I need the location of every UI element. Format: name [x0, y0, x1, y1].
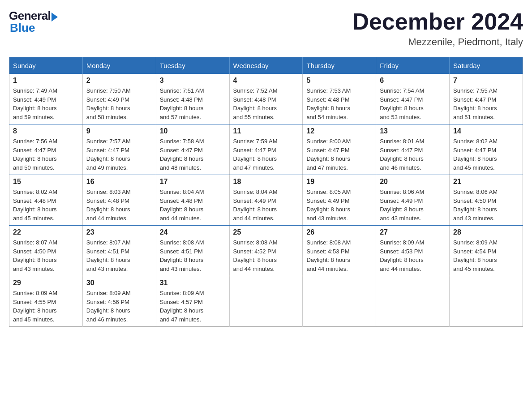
calendar-cell: 4 Sunrise: 7:52 AM Sunset: 4:48 PM Dayli… [229, 74, 303, 124]
week-row-2: 8 Sunrise: 7:56 AM Sunset: 4:47 PM Dayli… [9, 124, 523, 175]
day-info: Sunrise: 8:08 AM Sunset: 4:51 PM Dayligh… [160, 238, 226, 273]
calendar-cell: 21 Sunrise: 8:06 AM Sunset: 4:50 PM Dayl… [450, 175, 523, 226]
calendar-cell: 20 Sunrise: 8:06 AM Sunset: 4:49 PM Dayl… [376, 175, 450, 226]
day-number: 19 [306, 178, 372, 186]
day-info: Sunrise: 8:09 AM Sunset: 4:53 PM Dayligh… [380, 238, 446, 273]
header-tuesday: Tuesday [156, 57, 229, 74]
calendar-cell: 17 Sunrise: 8:04 AM Sunset: 4:48 PM Dayl… [156, 175, 229, 226]
day-info: Sunrise: 8:05 AM Sunset: 4:49 PM Dayligh… [306, 188, 372, 223]
calendar-cell: 25 Sunrise: 8:08 AM Sunset: 4:52 PM Dayl… [229, 226, 303, 276]
week-row-3: 15 Sunrise: 8:02 AM Sunset: 4:48 PM Dayl… [9, 175, 523, 226]
calendar-cell [450, 276, 523, 327]
title-section: December 2024 Mezzenile, Piedmont, Italy [352, 9, 523, 48]
day-info: Sunrise: 7:56 AM Sunset: 4:47 PM Dayligh… [13, 137, 79, 172]
day-number: 2 [86, 77, 152, 85]
calendar-cell: 26 Sunrise: 8:08 AM Sunset: 4:53 PM Dayl… [303, 226, 376, 276]
day-number: 23 [86, 228, 152, 236]
calendar-cell [376, 276, 450, 327]
calendar-cell: 5 Sunrise: 7:53 AM Sunset: 4:48 PM Dayli… [303, 74, 376, 124]
calendar-cell [229, 276, 303, 327]
calendar-cell: 22 Sunrise: 8:07 AM Sunset: 4:50 PM Dayl… [9, 226, 83, 276]
calendar-cell: 24 Sunrise: 8:08 AM Sunset: 4:51 PM Dayl… [156, 226, 229, 276]
day-info: Sunrise: 7:58 AM Sunset: 4:47 PM Dayligh… [160, 137, 226, 172]
day-info: Sunrise: 7:49 AM Sunset: 4:49 PM Dayligh… [13, 86, 79, 121]
day-number: 18 [233, 178, 299, 186]
day-number: 3 [160, 77, 226, 85]
day-info: Sunrise: 8:06 AM Sunset: 4:50 PM Dayligh… [453, 188, 519, 223]
day-info: Sunrise: 7:53 AM Sunset: 4:48 PM Dayligh… [306, 86, 372, 121]
calendar-cell: 12 Sunrise: 8:00 AM Sunset: 4:47 PM Dayl… [303, 124, 376, 175]
calendar-cell: 8 Sunrise: 7:56 AM Sunset: 4:47 PM Dayli… [9, 124, 83, 175]
day-number: 9 [86, 127, 152, 135]
day-number: 20 [380, 178, 446, 186]
day-info: Sunrise: 8:09 AM Sunset: 4:57 PM Dayligh… [160, 289, 226, 324]
day-number: 24 [160, 228, 226, 236]
day-info: Sunrise: 8:01 AM Sunset: 4:47 PM Dayligh… [380, 137, 446, 172]
calendar-cell: 2 Sunrise: 7:50 AM Sunset: 4:49 PM Dayli… [82, 74, 156, 124]
day-info: Sunrise: 8:06 AM Sunset: 4:49 PM Dayligh… [380, 188, 446, 223]
day-number: 30 [86, 279, 152, 287]
page-header: General Blue December 2024 Mezzenile, Pi… [9, 9, 523, 48]
day-info: Sunrise: 8:04 AM Sunset: 4:48 PM Dayligh… [160, 188, 226, 223]
day-number: 13 [380, 127, 446, 135]
weekday-header-row: Sunday Monday Tuesday Wednesday Thursday… [9, 57, 523, 74]
header-thursday: Thursday [303, 57, 376, 74]
header-friday: Friday [376, 57, 450, 74]
calendar-cell: 19 Sunrise: 8:05 AM Sunset: 4:49 PM Dayl… [303, 175, 376, 226]
day-number: 29 [13, 279, 79, 287]
header-wednesday: Wednesday [229, 57, 303, 74]
calendar-cell: 14 Sunrise: 8:02 AM Sunset: 4:47 PM Dayl… [450, 124, 523, 175]
calendar-cell: 10 Sunrise: 7:58 AM Sunset: 4:47 PM Dayl… [156, 124, 229, 175]
day-number: 28 [453, 228, 519, 236]
logo: General Blue [9, 9, 58, 35]
day-number: 31 [160, 279, 226, 287]
calendar-cell: 11 Sunrise: 7:59 AM Sunset: 4:47 PM Dayl… [229, 124, 303, 175]
day-info: Sunrise: 8:07 AM Sunset: 4:51 PM Dayligh… [86, 238, 152, 273]
day-info: Sunrise: 7:54 AM Sunset: 4:47 PM Dayligh… [380, 86, 446, 121]
calendar-cell: 28 Sunrise: 8:09 AM Sunset: 4:54 PM Dayl… [450, 226, 523, 276]
calendar-table: Sunday Monday Tuesday Wednesday Thursday… [9, 57, 523, 327]
day-info: Sunrise: 8:00 AM Sunset: 4:47 PM Dayligh… [306, 137, 372, 172]
day-number: 6 [380, 77, 446, 85]
calendar-cell: 29 Sunrise: 8:09 AM Sunset: 4:55 PM Dayl… [9, 276, 83, 327]
day-info: Sunrise: 7:57 AM Sunset: 4:47 PM Dayligh… [86, 137, 152, 172]
day-number: 7 [453, 77, 519, 85]
week-row-5: 29 Sunrise: 8:09 AM Sunset: 4:55 PM Dayl… [9, 276, 523, 327]
day-number: 5 [306, 77, 372, 85]
calendar-cell: 7 Sunrise: 7:55 AM Sunset: 4:47 PM Dayli… [450, 74, 523, 124]
calendar-cell: 30 Sunrise: 8:09 AM Sunset: 4:56 PM Dayl… [82, 276, 156, 327]
calendar-cell: 27 Sunrise: 8:09 AM Sunset: 4:53 PM Dayl… [376, 226, 450, 276]
day-number: 4 [233, 77, 299, 85]
location-text: Mezzenile, Piedmont, Italy [352, 36, 523, 48]
logo-blue-text: Blue [10, 21, 35, 35]
day-number: 22 [13, 228, 79, 236]
day-info: Sunrise: 8:09 AM Sunset: 4:54 PM Dayligh… [453, 238, 519, 273]
day-info: Sunrise: 8:03 AM Sunset: 4:48 PM Dayligh… [86, 188, 152, 223]
calendar-cell: 1 Sunrise: 7:49 AM Sunset: 4:49 PM Dayli… [9, 74, 83, 124]
day-number: 12 [306, 127, 372, 135]
day-number: 17 [160, 178, 226, 186]
day-number: 10 [160, 127, 226, 135]
day-info: Sunrise: 7:50 AM Sunset: 4:49 PM Dayligh… [86, 86, 152, 121]
header-monday: Monday [82, 57, 156, 74]
day-number: 14 [453, 127, 519, 135]
day-number: 26 [306, 228, 372, 236]
day-info: Sunrise: 8:08 AM Sunset: 4:52 PM Dayligh… [233, 238, 299, 273]
calendar-cell: 16 Sunrise: 8:03 AM Sunset: 4:48 PM Dayl… [82, 175, 156, 226]
month-title: December 2024 [352, 9, 523, 34]
header-sunday: Sunday [9, 57, 83, 74]
day-number: 25 [233, 228, 299, 236]
day-info: Sunrise: 8:04 AM Sunset: 4:49 PM Dayligh… [233, 188, 299, 223]
day-number: 8 [13, 127, 79, 135]
calendar-cell: 3 Sunrise: 7:51 AM Sunset: 4:48 PM Dayli… [156, 74, 229, 124]
day-info: Sunrise: 7:59 AM Sunset: 4:47 PM Dayligh… [233, 137, 299, 172]
day-number: 11 [233, 127, 299, 135]
day-info: Sunrise: 8:02 AM Sunset: 4:48 PM Dayligh… [13, 188, 79, 223]
day-info: Sunrise: 7:51 AM Sunset: 4:48 PM Dayligh… [160, 86, 226, 121]
day-number: 1 [13, 77, 79, 85]
calendar-cell: 18 Sunrise: 8:04 AM Sunset: 4:49 PM Dayl… [229, 175, 303, 226]
day-info: Sunrise: 8:09 AM Sunset: 4:55 PM Dayligh… [13, 289, 79, 324]
day-info: Sunrise: 8:08 AM Sunset: 4:53 PM Dayligh… [306, 238, 372, 273]
day-info: Sunrise: 7:52 AM Sunset: 4:48 PM Dayligh… [233, 86, 299, 121]
day-info: Sunrise: 7:55 AM Sunset: 4:47 PM Dayligh… [453, 86, 519, 121]
